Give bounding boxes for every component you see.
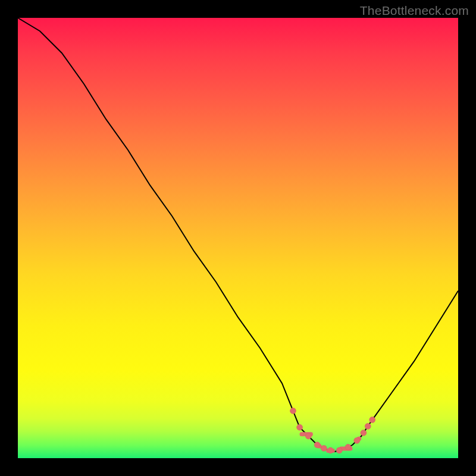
chart-container (18, 18, 458, 458)
marker-dot (361, 430, 367, 436)
marker-dot (327, 447, 333, 453)
chart-svg (18, 18, 458, 458)
marker-dot (305, 433, 311, 439)
watermark-text: TheBottleneck.com (360, 4, 469, 18)
marker-dot (354, 437, 360, 443)
marker-dot (336, 447, 342, 453)
marker-dot (290, 408, 296, 414)
marker-dot (345, 444, 351, 450)
marker-dot (297, 424, 303, 430)
bottleneck-curve (18, 18, 458, 452)
marker-dot (365, 423, 371, 429)
marker-dot (314, 442, 320, 448)
marker-dot (369, 417, 375, 423)
marker-dot (321, 445, 327, 451)
